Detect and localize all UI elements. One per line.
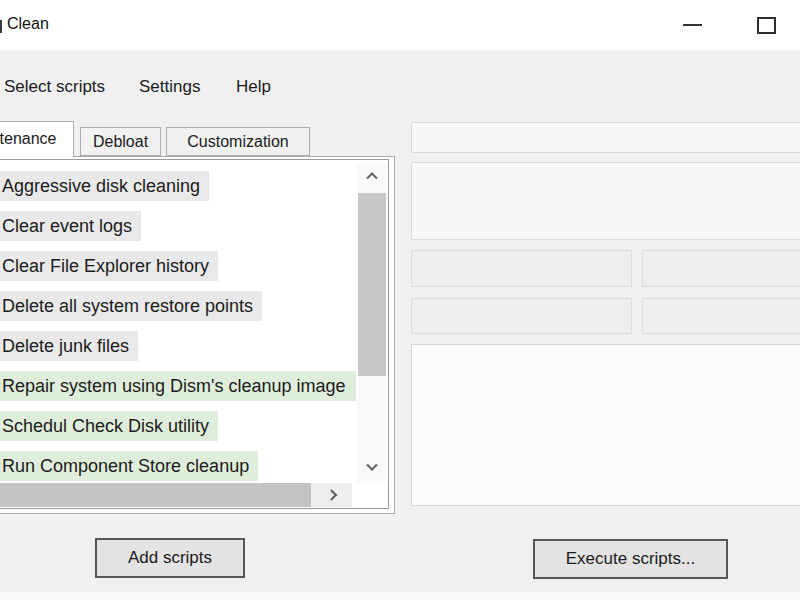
horizontal-scrollbar-thumb[interactable] [0,483,311,507]
tab-debloat[interactable]: Debloat [80,127,161,156]
script-code-box[interactable] [411,344,800,506]
dropdown-1[interactable] [411,250,632,287]
scroll-down-icon[interactable] [365,461,379,475]
add-scripts-button[interactable]: Add scripts [95,538,245,578]
scroll-up-icon[interactable] [365,168,379,182]
script-listbox[interactable]: Aggressive disk cleaning Clear event log… [0,159,389,509]
vertical-scrollbar[interactable] [357,163,387,483]
dropdown-1-side-field[interactable] [642,250,800,287]
script-item[interactable]: Delete all system restore points [0,291,356,321]
script-name-field[interactable] [411,122,800,153]
tab-maintenance[interactable]: tenance [0,121,74,157]
dropdown-2-side-field[interactable] [642,298,800,334]
script-items: Aggressive disk cleaning Clear event log… [0,171,356,491]
script-item[interactable]: Clear File Explorer history [0,251,356,281]
menu-settings[interactable]: Settings [139,77,200,97]
script-description-box[interactable] [411,162,800,240]
horizontal-scrollbar[interactable] [0,483,352,507]
menu-help[interactable]: Help [236,77,271,97]
maximize-icon[interactable] [757,17,776,34]
script-item[interactable]: Run Component Store cleanup [0,451,356,481]
title-partial-glyph [0,20,2,33]
script-item[interactable]: Repair system using Dism's cleanup image [0,371,356,401]
execute-scripts-button[interactable]: Execute scripts... [533,539,728,579]
script-item[interactable]: Aggressive disk cleaning [0,171,356,201]
scroll-right-icon[interactable] [326,488,340,502]
menu-select-scripts[interactable]: Select scripts [4,77,105,97]
vertical-scrollbar-thumb[interactable] [358,193,386,376]
script-item[interactable]: Clear event logs [0,211,356,241]
minimize-icon[interactable] [683,24,702,26]
dropdown-2[interactable] [411,298,632,334]
script-item[interactable]: Schedul Check Disk utility [0,411,356,441]
tab-customization[interactable]: Customization [166,127,310,156]
window-bottom-edge [0,592,800,600]
titlebar: Clean [0,0,800,50]
script-item[interactable]: Delete junk files [0,331,356,361]
window-title: Clean [7,15,49,33]
tab-content-panel: Aggressive disk cleaning Clear event log… [0,156,395,514]
